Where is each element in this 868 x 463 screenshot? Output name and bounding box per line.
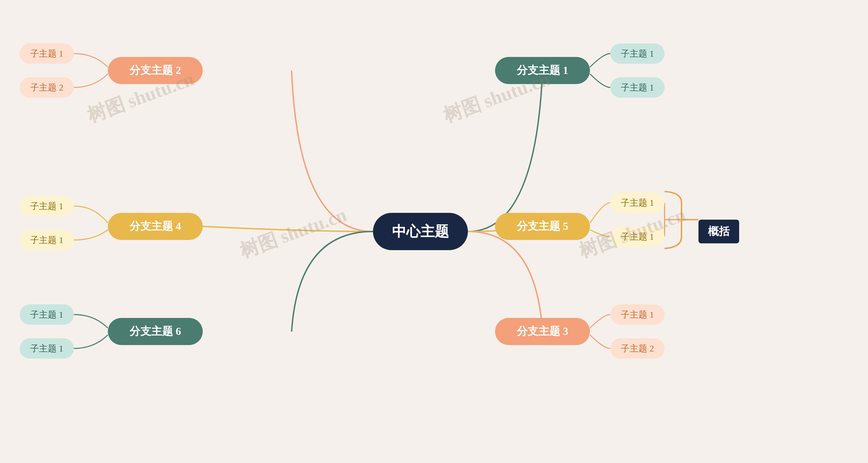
mindmap-canvas: 中心主题 分支主题 1 分支主题 2 分支主题 3 分支主题 4 分支主题 5 … [0, 0, 868, 463]
watermark-3: 树图 shutu.cn [236, 202, 350, 264]
branch-node-1[interactable]: 分支主题 1 [495, 57, 590, 84]
branch-node-5[interactable]: 分支主题 5 [495, 213, 590, 240]
branch-node-3[interactable]: 分支主题 3 [495, 318, 590, 345]
sub-b1-2[interactable]: 子主题 1 [610, 77, 665, 98]
sub-b1-1[interactable]: 子主题 1 [610, 43, 665, 64]
branch-node-2[interactable]: 分支主题 2 [108, 57, 203, 84]
sub-b3-1[interactable]: 子主题 1 [610, 304, 665, 325]
branch-node-4[interactable]: 分支主题 4 [108, 213, 203, 240]
sub-b2-1[interactable]: 子主题 1 [20, 43, 74, 64]
sub-b5-2[interactable]: 子主题 1 [610, 226, 665, 247]
sub-b4-1[interactable]: 子主题 1 [20, 196, 74, 216]
sub-b5-1[interactable]: 子主题 1 [610, 193, 665, 213]
sub-b6-1[interactable]: 子主题 1 [20, 304, 74, 325]
sub-b2-2[interactable]: 子主题 2 [20, 77, 74, 98]
sub-b3-2[interactable]: 子主题 2 [610, 338, 665, 359]
sub-b6-2[interactable]: 子主题 1 [20, 338, 74, 359]
summary-box[interactable]: 概括 [698, 220, 739, 243]
center-node[interactable]: 中心主题 [373, 213, 468, 250]
sub-b4-2[interactable]: 子主题 1 [20, 230, 74, 250]
branch-node-6[interactable]: 分支主题 6 [108, 318, 203, 345]
